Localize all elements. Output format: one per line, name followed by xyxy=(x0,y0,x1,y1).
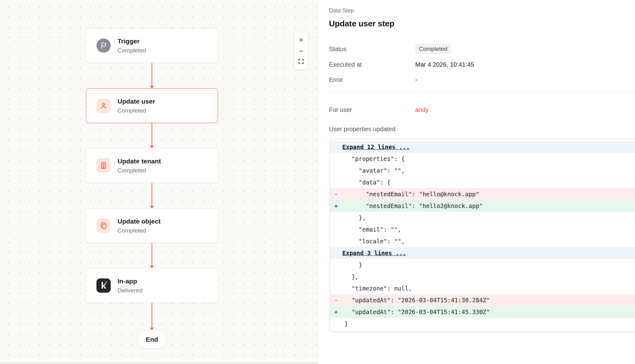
flow-connector-arrow xyxy=(152,243,152,268)
diff-line-context: "locale": "", xyxy=(330,235,635,247)
status-badge: Completed xyxy=(415,44,451,54)
field-value: - xyxy=(415,76,417,83)
field-row-error: Error- xyxy=(329,75,635,84)
workflow-node-update-user[interactable]: Update userCompleted xyxy=(86,88,218,123)
fit-view-button[interactable] xyxy=(295,57,307,67)
diff-code: "properties": { xyxy=(344,155,405,162)
flow-connector-arrow xyxy=(152,303,152,330)
diff-code: } xyxy=(344,261,362,268)
field-value: Completed xyxy=(415,44,451,54)
node-title: Update tenant xyxy=(118,157,161,165)
building-icon xyxy=(96,158,111,173)
diff-line-context: "avatar": "", xyxy=(330,165,635,176)
expand-lines-button[interactable]: Expand 12 lines ... xyxy=(342,144,410,150)
minus-icon: − xyxy=(299,47,304,55)
node-status: Completed xyxy=(118,167,161,174)
zoom-in-button[interactable]: + xyxy=(295,35,307,45)
end-node-label: End xyxy=(146,336,158,343)
plus-icon: + xyxy=(299,35,304,44)
workflow-debugger: TriggerCompletedUpdate userCompletedUpda… xyxy=(0,0,635,364)
diff-line-context: } xyxy=(330,318,635,330)
diff-line-context: "data": { xyxy=(330,176,635,188)
node-title: Update user xyxy=(118,97,155,105)
field-label: Error xyxy=(329,76,415,83)
diff-marker: + xyxy=(334,200,344,212)
diff-expand-row: Expand 12 lines ... xyxy=(330,141,635,153)
flow-connector-arrow xyxy=(152,63,152,88)
node-title: Update object xyxy=(118,217,161,225)
diff-line-context: } xyxy=(330,259,635,271)
diff-code: } xyxy=(344,320,348,327)
diff-code: "avatar": "", xyxy=(344,167,405,174)
workflow-node-update-object[interactable]: Update objectCompleted xyxy=(86,208,218,243)
for-user-link[interactable]: andy xyxy=(415,106,429,113)
flag-icon xyxy=(96,38,111,53)
diff-line-deleted: - "nestedEmail": "hello@knock.app" xyxy=(330,188,635,200)
properties-diff-viewer: Expand 12 lines ... "properties": { "ava… xyxy=(330,139,635,332)
diff-title: User properties updated xyxy=(329,126,635,133)
field-row-executed-at: Executed atMar 4 2026, 10:41:45 xyxy=(329,60,635,69)
diff-code: "data": { xyxy=(344,179,391,186)
diff-marker: - xyxy=(334,188,344,200)
node-status: Delivered xyxy=(118,287,142,294)
flow-connector-arrow xyxy=(152,183,152,208)
node-status: Completed xyxy=(118,47,146,54)
diff-line-context: "timezone": null, xyxy=(330,282,635,294)
node-status: Completed xyxy=(118,107,155,114)
diff-marker: - xyxy=(334,294,344,306)
diff-expand-row: Expand 3 lines ... xyxy=(330,247,635,259)
diff-line-context: "properties": { xyxy=(330,153,635,165)
step-detail-panel: Data Step Update user step StatusComplet… xyxy=(318,0,635,364)
node-title: In-app xyxy=(118,277,142,285)
zoom-toolbar: + − xyxy=(294,32,308,70)
workflow-node-trigger[interactable]: TriggerCompleted xyxy=(86,28,218,63)
step-type-label: Data Step xyxy=(329,7,635,14)
diff-line-added: + "updatedAt": "2026-03-04T15:41:45.330Z… xyxy=(330,306,635,318)
diff-line-deleted: - "updatedAt": "2026-03-04T15:41:30.284Z… xyxy=(330,294,635,306)
copy-icon xyxy=(96,219,111,233)
diff-code: "timezone": null, xyxy=(344,285,412,292)
end-node: End xyxy=(137,330,167,349)
diff-code: }, xyxy=(344,273,359,280)
workflow-node-in-app[interactable]: kIn-appDelivered xyxy=(86,268,218,303)
workflow-canvas[interactable]: TriggerCompletedUpdate userCompletedUpda… xyxy=(0,0,318,360)
fit-view-icon xyxy=(298,58,304,67)
flow-connector-arrow xyxy=(152,123,152,148)
horizontal-scrollbar[interactable] xyxy=(0,362,318,364)
diff-marker: + xyxy=(334,306,344,318)
diff-line-context: }, xyxy=(330,212,635,224)
page-title: Update user step xyxy=(329,19,635,29)
for-user-label: For user xyxy=(329,106,415,113)
diff-line-added: + "nestedEmail": "hello2@knock.app" xyxy=(330,200,635,212)
node-status: Completed xyxy=(118,227,161,234)
user-icon xyxy=(96,99,111,113)
diff-code: "nestedEmail": "hello@knock.app" xyxy=(344,191,479,198)
diff-code: }, xyxy=(344,214,366,221)
knock-icon: k xyxy=(96,278,111,293)
section-divider xyxy=(329,92,635,93)
diff-code: "locale": "", xyxy=(344,238,405,245)
diff-line-context: }, xyxy=(330,271,635,282)
field-label: Status xyxy=(329,46,415,53)
expand-lines-button[interactable]: Expand 3 lines ... xyxy=(342,250,406,256)
diff-code: "nestedEmail": "hello2@knock.app" xyxy=(344,202,483,209)
field-value: Mar 4 2026, 10:41:45 xyxy=(415,61,474,68)
field-row-status: StatusCompleted xyxy=(329,44,635,54)
workflow-node-update-tenant[interactable]: Update tenantCompleted xyxy=(86,148,218,183)
diff-line-context: "email": "", xyxy=(330,224,635,235)
diff-code: "email": "", xyxy=(344,226,401,233)
diff-code: "updatedAt": "2026-03-04T15:41:45.330Z" xyxy=(344,309,490,315)
field-label: Executed at xyxy=(329,61,415,68)
zoom-out-button[interactable]: − xyxy=(295,46,307,56)
node-title: Trigger xyxy=(118,37,146,45)
diff-code: "updatedAt": "2026-03-04T15:41:30.284Z" xyxy=(344,297,490,304)
for-user-row: For user andy xyxy=(329,105,635,114)
